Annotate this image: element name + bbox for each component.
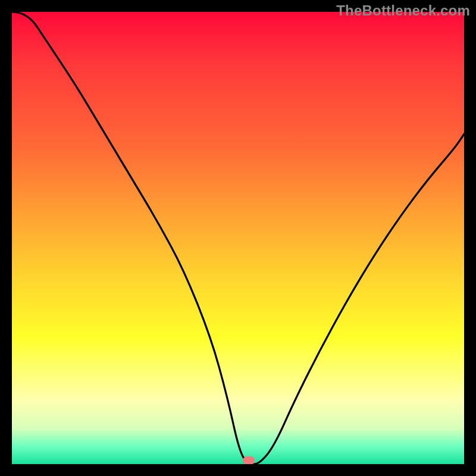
chart-frame: TheBottleneck.com bbox=[0, 0, 476, 476]
watermark-text: TheBottleneck.com bbox=[336, 2, 470, 19]
minimum-marker bbox=[243, 456, 255, 464]
plot-area bbox=[12, 12, 464, 464]
bottleneck-curve bbox=[12, 12, 464, 464]
